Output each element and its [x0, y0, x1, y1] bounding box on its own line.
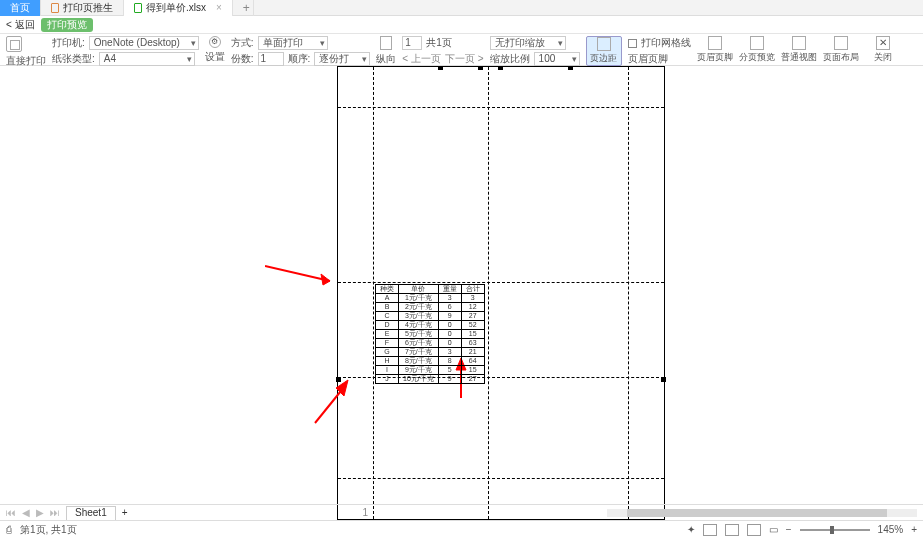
table-cell: 9 [438, 375, 461, 384]
printer-icon[interactable] [6, 36, 22, 52]
table-cell: 4元/千克 [399, 321, 439, 330]
orient-select[interactable]: 单面打印 [258, 36, 328, 50]
ratio-select[interactable]: 100 % [534, 52, 580, 66]
table-cell: 6 [438, 303, 461, 312]
view-layout-icon[interactable] [725, 524, 739, 536]
orientation-icon[interactable] [380, 36, 392, 50]
table-cell: 8 [438, 357, 461, 366]
h-scroll-thumb[interactable] [627, 509, 887, 517]
scaling-select[interactable]: 无打印缩放 [490, 36, 566, 50]
back-row: < 返回 打印预览 [0, 16, 923, 34]
page-break-label: 分页预览 [739, 51, 775, 64]
table-row: A1元/千克33 [376, 294, 485, 303]
data-table: 种类 单价 重量 合计 A1元/千克33B2元/千克612C3元/千克927D4… [375, 284, 485, 384]
next-page-button[interactable]: 下一页 > [445, 52, 484, 66]
annotation-arrow-3 [310, 378, 355, 428]
print-preview-button[interactable]: 打印预览 [41, 18, 93, 32]
xls-icon [134, 3, 142, 13]
page-layout-button[interactable]: 页面布局 [823, 36, 859, 64]
preview-canvas[interactable]: 种类 单价 重量 合计 A1元/千克33B2元/千克612C3元/千克927D4… [0, 66, 923, 520]
table-cell: 27 [461, 312, 484, 321]
copies-input[interactable]: 1 [258, 52, 284, 66]
prev-page-label: 上一页 [411, 53, 441, 64]
tab-doc2[interactable]: 得到单价.xlsx× [124, 0, 233, 16]
zoom-out-button[interactable]: − [786, 524, 792, 535]
printer-label: 打印机: [52, 36, 85, 50]
table-cell: 3元/千克 [399, 312, 439, 321]
header-footer-label: 页眉页脚 [697, 51, 733, 64]
normal-view-label: 普通视图 [781, 51, 817, 64]
view-mode-icon[interactable]: ✦ [687, 524, 695, 535]
sheet-page-indicator: 1 [362, 507, 368, 518]
table-header-row: 种类 单价 重量 合计 [376, 285, 485, 294]
sheet-tab-row: ⏮ ◀ ▶ ⏭ Sheet1 + 1 [0, 504, 923, 520]
column-break-line[interactable] [488, 67, 489, 519]
view-normal-icon[interactable] [703, 524, 717, 536]
margin-handle[interactable] [498, 66, 503, 70]
svg-line-0 [265, 266, 330, 281]
margin-handle[interactable] [438, 66, 443, 70]
header-footer-icon [708, 36, 722, 50]
back-button[interactable]: < 返回 [6, 18, 35, 32]
tab-close-icon[interactable]: × [216, 2, 222, 13]
margin-handle[interactable] [661, 377, 666, 382]
zoom-slider[interactable] [800, 529, 870, 531]
table-cell: J [376, 375, 399, 384]
table-cell: 7元/千克 [399, 348, 439, 357]
grid-checkbox[interactable] [628, 39, 637, 48]
view-break-icon[interactable] [747, 524, 761, 536]
sheet-nav-last[interactable]: ⏭ [50, 507, 60, 518]
row-break-line-1[interactable] [338, 282, 664, 283]
margin-bottom-line[interactable] [338, 478, 664, 479]
paper-select[interactable]: A4 [99, 52, 195, 66]
copies-label: 份数: [231, 52, 254, 66]
settings-label: 设置 [205, 50, 225, 64]
table-row: H8元/千克864 [376, 357, 485, 366]
table-row: F6元/千克063 [376, 339, 485, 348]
margins-button[interactable]: 页边距 [586, 36, 622, 66]
table-cell: 9 [438, 312, 461, 321]
settings-icon[interactable]: ⚙ [209, 36, 221, 48]
table-cell: 9元/千克 [399, 366, 439, 375]
sheet-tab[interactable]: Sheet1 [66, 506, 116, 520]
status-bar: ⎙ 第1页, 共1页 ✦ ▭ − 145% + [0, 520, 923, 538]
status-icon: ⎙ [6, 524, 12, 535]
title-tabs: 首页 打印页推生 得到单价.xlsx× + [0, 0, 923, 16]
sheet-nav-next[interactable]: ▶ [36, 507, 44, 518]
table-cell: 10元/千克 [399, 375, 439, 384]
tab-add[interactable]: + [233, 0, 254, 16]
page-from-input[interactable]: 1 [402, 36, 422, 50]
print-toolbar: 直接打印 打印机: OneNote (Desktop) 纸张类型: A4 ⚙ 设… [0, 34, 923, 66]
sheet-add-button[interactable]: + [122, 507, 128, 518]
margin-top-line[interactable] [338, 107, 664, 108]
tab-doc1[interactable]: 打印页推生 [41, 0, 124, 16]
table-cell: 2元/千克 [399, 303, 439, 312]
sheet-nav-first[interactable]: ⏮ [6, 507, 16, 518]
tab-home[interactable]: 首页 [0, 0, 41, 16]
printer-select[interactable]: OneNote (Desktop) [89, 36, 199, 50]
normal-view-button[interactable]: 普通视图 [781, 36, 817, 64]
order-label: 顺序: [288, 52, 311, 66]
prev-page-button[interactable]: < 上一页 [402, 52, 441, 66]
margin-right-line[interactable] [628, 67, 629, 519]
sheet-nav-prev[interactable]: ◀ [22, 507, 30, 518]
col-header: 重量 [438, 285, 461, 294]
header-footer-link[interactable]: 页眉页脚 [628, 52, 668, 66]
table-cell: 3 [461, 294, 484, 303]
page-break-button[interactable]: 分页预览 [739, 36, 775, 64]
table-cell: 6元/千克 [399, 339, 439, 348]
margin-handle[interactable] [478, 66, 483, 70]
view-reading-icon[interactable]: ▭ [769, 524, 778, 535]
header-footer-button[interactable]: 页眉页脚 [697, 36, 733, 64]
margin-left-line[interactable] [373, 67, 374, 519]
zoom-knob[interactable] [830, 526, 834, 534]
close-button[interactable]: ✕关闭 [865, 36, 901, 64]
zoom-value[interactable]: 145% [878, 524, 904, 535]
table-cell: 3 [438, 294, 461, 303]
order-select[interactable]: 逐份打印 [314, 52, 370, 66]
margin-handle[interactable] [568, 66, 573, 70]
h-scrollbar[interactable] [607, 509, 917, 517]
zoom-in-button[interactable]: + [911, 524, 917, 535]
table-cell: C [376, 312, 399, 321]
paper-label: 纸张类型: [52, 52, 95, 66]
